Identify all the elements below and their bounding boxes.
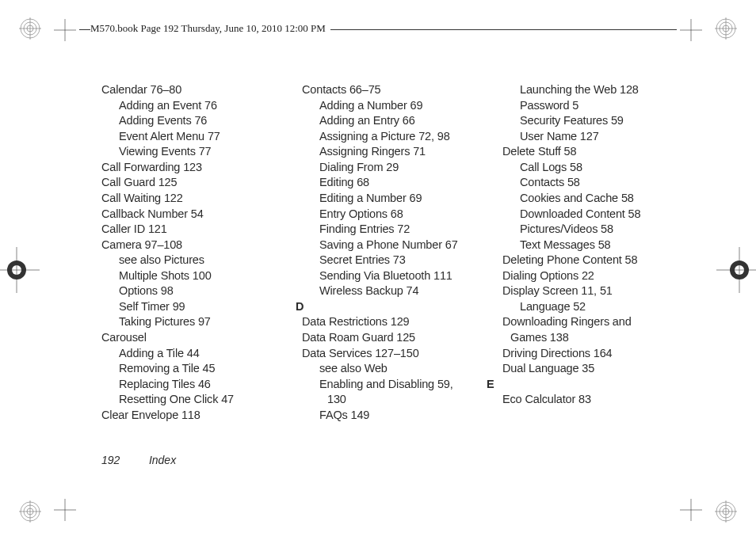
index-columns: Calendar 76–80Adding an Event 76Adding E… <box>101 82 703 423</box>
index-entry: Eco Calculator 83 <box>502 392 703 408</box>
index-entry: Multiple Shots 100 <box>101 268 302 284</box>
index-entry: Adding an Entry 66 <box>302 113 502 129</box>
index-entry: see also Web <box>302 361 502 377</box>
page-footer: 192 Index <box>101 454 176 466</box>
index-column-2: Contacts 66–75Adding a Number 69Adding a… <box>302 82 502 423</box>
index-entry: Call Logs 58 <box>502 160 703 176</box>
index-entry: Wireless Backup 74 <box>302 283 502 299</box>
index-entry: Call Waiting 122 <box>101 191 302 207</box>
index-entry: Dialing Options 22 <box>502 268 703 284</box>
index-entry: Adding an Event 76 <box>101 98 302 114</box>
registration-mark-icon <box>715 17 737 40</box>
index-entry: Deleting Phone Content 58 <box>502 253 703 268</box>
index-entry: D <box>296 299 502 315</box>
index-entry: Carousel <box>101 330 302 346</box>
crop-mark-icon <box>680 19 702 41</box>
index-entry: Self Timer 99 <box>101 299 302 315</box>
footer-label: Index <box>149 454 176 466</box>
crop-mark-icon <box>680 499 702 521</box>
page-header: M570.book Page 192 Thursday, June 10, 20… <box>90 22 330 35</box>
registration-mark-icon <box>19 500 41 523</box>
index-entry: Delete Stuff 58 <box>502 144 703 160</box>
index-entry: Editing a Number 69 <box>302 191 502 207</box>
index-entry: Contacts 58 <box>502 175 703 191</box>
index-column-3: Launching the Web 128Password 5Security … <box>502 82 703 423</box>
index-entry: Finding Entries 72 <box>302 222 502 238</box>
side-registration-icon <box>0 247 40 293</box>
index-entry: Adding Events 76 <box>101 113 302 129</box>
index-entry: Viewing Events 77 <box>101 144 302 160</box>
index-entry: Callback Number 54 <box>101 207 302 222</box>
index-entry: Taking Pictures 97 <box>101 314 302 330</box>
index-entry: Driving Directions 164 <box>502 346 703 362</box>
index-entry: Password 5 <box>502 98 703 114</box>
index-column-1: Calendar 76–80Adding an Event 76Adding E… <box>101 82 302 423</box>
registration-mark-icon <box>19 17 41 40</box>
index-entry: Data Roam Guard 125 <box>302 330 502 346</box>
index-entry: Downloading Ringers and <box>502 314 703 330</box>
index-entry: Dialing From 29 <box>302 160 502 176</box>
index-entry: Text Messages 58 <box>502 238 703 253</box>
index-entry: see also Pictures <box>101 253 302 268</box>
index-entry: Event Alert Menu 77 <box>101 129 302 145</box>
index-entry: Security Features 59 <box>502 113 703 129</box>
index-entry: Saving a Phone Number 67 <box>302 238 502 253</box>
crop-mark-icon <box>54 19 76 41</box>
index-entry: Calendar 76–80 <box>101 82 302 98</box>
crop-mark-icon <box>54 499 76 521</box>
index-entry: 130 <box>302 392 502 408</box>
index-entry: Replacing Tiles 46 <box>101 377 302 393</box>
index-entry: Caller ID 121 <box>101 222 302 238</box>
index-entry: Cookies and Cache 58 <box>502 191 703 207</box>
page-number: 192 <box>101 454 146 466</box>
index-entry: Call Guard 125 <box>101 175 302 191</box>
registration-mark-icon <box>715 500 737 523</box>
side-registration-icon <box>716 247 756 293</box>
index-entry: User Name 127 <box>502 129 703 145</box>
index-entry: Entry Options 68 <box>302 207 502 222</box>
index-entry: Clear Envelope 118 <box>101 408 302 424</box>
index-entry: Removing a Tile 45 <box>101 361 302 377</box>
index-entry: Games 138 <box>502 330 703 346</box>
index-entry: Assigning Ringers 71 <box>302 144 502 160</box>
index-entry: Enabling and Disabling 59, <box>302 377 502 393</box>
index-entry: Call Forwarding 123 <box>101 160 302 176</box>
index-entry: Adding a Tile 44 <box>101 346 302 362</box>
index-entry: Launching the Web 128 <box>502 82 703 98</box>
index-entry: Sending Via Bluetooth 111 <box>302 268 502 284</box>
index-entry: Contacts 66–75 <box>302 82 502 98</box>
index-entry: Resetting One Click 47 <box>101 392 302 408</box>
index-entry: Editing 68 <box>302 175 502 191</box>
index-entry: Display Screen 11, 51 <box>502 283 703 299</box>
index-entry: FAQs 149 <box>302 408 502 424</box>
index-entry: Options 98 <box>101 283 302 299</box>
index-entry: Data Restrictions 129 <box>302 314 502 330</box>
index-entry: Downloaded Content 58 <box>502 207 703 222</box>
index-entry: Pictures/Videos 58 <box>502 222 703 238</box>
index-entry: E <box>487 377 703 393</box>
index-entry: Dual Language 35 <box>502 361 703 377</box>
index-entry: Language 52 <box>502 299 703 315</box>
index-entry: Data Services 127–150 <box>302 346 502 362</box>
index-entry: Adding a Number 69 <box>302 98 502 114</box>
index-entry: Secret Entries 73 <box>302 253 502 268</box>
index-entry: Camera 97–108 <box>101 238 302 253</box>
index-entry: Assigning a Picture 72, 98 <box>302 129 502 145</box>
